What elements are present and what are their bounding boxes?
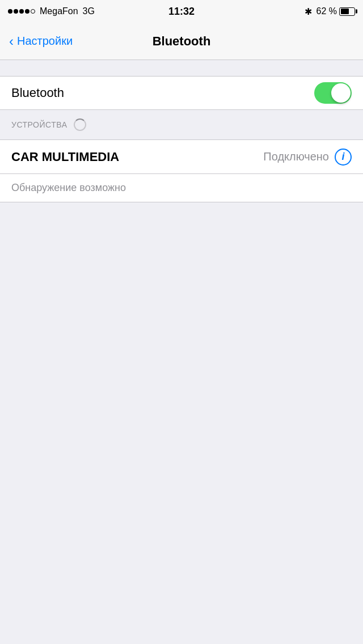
battery-percent: 62 % [316, 6, 337, 16]
bluetooth-toggle[interactable] [314, 82, 352, 104]
status-right: ✱ 62 % [305, 6, 355, 17]
discovery-text: Обнаружение возможно [11, 182, 126, 193]
device-list: CAR MULTIMEDIA Подключено i Обнаружение … [0, 139, 363, 202]
battery-fill [341, 9, 349, 14]
navigation-bar: ‹ Настройки Bluetooth [0, 23, 363, 60]
table-row[interactable]: CAR MULTIMEDIA Подключено i [0, 140, 363, 174]
battery-icon [339, 7, 355, 16]
section-gap-top [0, 60, 363, 76]
device-right-area: Подключено i [263, 149, 352, 166]
status-bar: MegaFon 3G 11:32 ✱ 62 % [0, 0, 363, 23]
loading-spinner [74, 118, 86, 131]
device-info-button[interactable]: i [335, 149, 352, 166]
signal-dot-5 [31, 9, 35, 14]
discovery-row: Обнаружение возможно [0, 174, 363, 202]
signal-dots [8, 9, 35, 14]
bluetooth-row: Bluetooth [0, 77, 363, 109]
bluetooth-section: Bluetooth [0, 76, 363, 110]
page-title: Bluetooth [153, 34, 211, 49]
signal-dot-3 [19, 9, 24, 14]
carrier-name: MegaFon [40, 6, 78, 16]
info-icon: i [341, 151, 344, 163]
device-name: CAR MULTIMEDIA [11, 150, 119, 164]
device-status: Подключено [263, 150, 329, 163]
signal-dot-1 [8, 9, 12, 14]
toggle-knob [331, 83, 351, 103]
network-type: 3G [83, 6, 95, 16]
signal-dot-2 [14, 9, 18, 14]
back-chevron-icon: ‹ [9, 35, 14, 48]
bluetooth-status-icon: ✱ [305, 6, 312, 17]
back-button[interactable]: ‹ Настройки [9, 35, 73, 48]
signal-dot-4 [25, 9, 29, 14]
status-left: MegaFon 3G [8, 6, 95, 16]
devices-section-header: УСТРОЙСТВА [0, 110, 363, 139]
battery-area: 62 % [316, 6, 355, 16]
status-time: 11:32 [168, 6, 195, 18]
bluetooth-label: Bluetooth [11, 86, 64, 100]
devices-header-label: УСТРОЙСТВА [11, 120, 67, 129]
back-label: Настройки [17, 35, 73, 48]
